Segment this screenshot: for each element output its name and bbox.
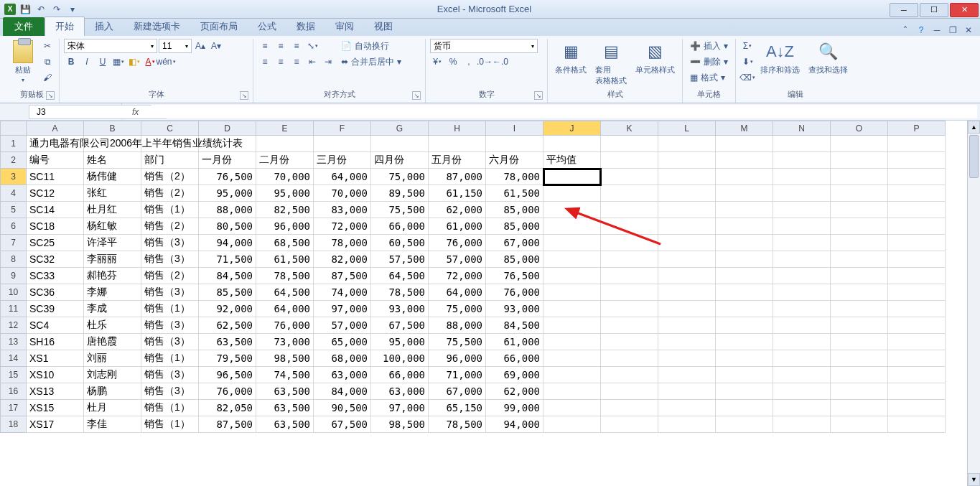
cell[interactable] <box>658 334 716 350</box>
cell[interactable]: 许泽平 <box>84 235 141 251</box>
row-header[interactable]: 6 <box>1 218 27 235</box>
cell[interactable] <box>543 169 601 185</box>
fill-color-icon[interactable]: ◧ <box>127 55 141 69</box>
cell[interactable]: 销售（3） <box>141 334 199 350</box>
workbook-close-icon[interactable]: ✕ <box>963 24 974 36</box>
cell[interactable]: 65,150 <box>429 400 486 416</box>
row-header[interactable]: 16 <box>1 383 27 400</box>
cell[interactable] <box>601 416 658 433</box>
cell[interactable] <box>888 416 946 433</box>
cell[interactable] <box>716 235 773 251</box>
cell[interactable] <box>716 218 773 235</box>
border-icon[interactable]: ▦ <box>111 55 126 69</box>
delete-cells-button[interactable]: ➖ 删除 ▾ <box>687 55 731 69</box>
cell[interactable]: 64,500 <box>371 268 429 284</box>
cell[interactable] <box>716 301 773 317</box>
cell[interactable]: 93,000 <box>371 301 429 317</box>
cell[interactable] <box>601 383 658 400</box>
cell[interactable] <box>831 400 888 416</box>
cell[interactable] <box>773 317 831 334</box>
row-header[interactable]: 4 <box>1 185 27 202</box>
cell[interactable]: 84,500 <box>199 268 256 284</box>
cell[interactable] <box>543 284 601 301</box>
cell[interactable]: 88,000 <box>199 202 256 218</box>
cell[interactable] <box>831 152 888 169</box>
cell[interactable] <box>716 367 773 383</box>
cell[interactable] <box>888 350 946 367</box>
cell[interactable]: 85,000 <box>486 202 543 218</box>
cell[interactable]: 95,000 <box>256 185 314 202</box>
cell[interactable]: 66,000 <box>371 218 429 235</box>
cell[interactable] <box>601 185 658 202</box>
cell[interactable]: 销售（3） <box>141 367 199 383</box>
fill-icon[interactable]: ⬇ <box>740 55 755 69</box>
font-launcher-icon[interactable]: ↘ <box>240 91 248 100</box>
minimize-button[interactable]: ─ <box>890 3 918 17</box>
cell[interactable] <box>831 169 888 185</box>
cell[interactable] <box>543 383 601 400</box>
cell[interactable] <box>888 301 946 317</box>
cell[interactable]: 李娜 <box>84 284 141 301</box>
cell[interactable] <box>601 169 658 185</box>
row-header[interactable]: 8 <box>1 251 27 268</box>
column-header[interactable]: H <box>429 121 486 136</box>
cell[interactable] <box>716 169 773 185</box>
row-header[interactable]: 10 <box>1 284 27 301</box>
cell[interactable] <box>888 235 946 251</box>
cell[interactable]: XS10 <box>27 367 84 383</box>
cell[interactable] <box>888 218 946 235</box>
cell[interactable]: 98,500 <box>371 416 429 433</box>
redo-icon[interactable]: ↷ <box>50 3 63 16</box>
cut-icon[interactable]: ✂ <box>40 39 55 53</box>
cell[interactable] <box>658 202 716 218</box>
cell[interactable] <box>888 169 946 185</box>
help-icon[interactable]: ? <box>915 24 927 36</box>
cell[interactable]: 66,000 <box>371 367 429 383</box>
cell[interactable]: 64,000 <box>256 301 314 317</box>
cell[interactable] <box>658 383 716 400</box>
cell[interactable] <box>773 202 831 218</box>
increase-font-icon[interactable]: A▴ <box>193 39 207 53</box>
format-cells-button[interactable]: ▦ 格式 ▾ <box>687 70 731 85</box>
cell[interactable] <box>773 416 831 433</box>
vertical-scrollbar[interactable]: ▲ ▼ <box>967 121 980 486</box>
cell[interactable]: 100,000 <box>371 350 429 367</box>
cell[interactable] <box>888 268 946 284</box>
cell[interactable]: 销售（1） <box>141 301 199 317</box>
cell[interactable]: 62,000 <box>429 202 486 218</box>
cell[interactable] <box>716 284 773 301</box>
qat-customize-icon[interactable]: ▾ <box>66 3 79 16</box>
cell[interactable] <box>716 152 773 169</box>
fx-icon[interactable]: fx <box>128 107 143 117</box>
align-middle-icon[interactable]: ≡ <box>274 39 288 53</box>
cell[interactable] <box>543 400 601 416</box>
cell[interactable] <box>543 350 601 367</box>
insert-cells-button[interactable]: ➕ 插入 ▾ <box>687 39 731 53</box>
row-header[interactable]: 1 <box>1 136 27 152</box>
cell[interactable] <box>658 169 716 185</box>
row-header[interactable]: 11 <box>1 301 27 317</box>
cell[interactable] <box>601 400 658 416</box>
cell[interactable]: 部门 <box>141 152 199 169</box>
cell[interactable] <box>716 268 773 284</box>
font-name-combo[interactable]: 宋体▾ <box>64 39 157 53</box>
cell[interactable]: 97,000 <box>314 301 371 317</box>
cell[interactable]: 67,000 <box>429 383 486 400</box>
wrap-text-button[interactable]: 📄 自动换行 <box>338 39 404 53</box>
font-color-icon[interactable]: A <box>143 55 157 69</box>
align-center-icon[interactable]: ≡ <box>274 55 288 69</box>
decrease-indent-icon[interactable]: ⇤ <box>305 55 319 69</box>
cell[interactable]: 74,000 <box>314 284 371 301</box>
cell[interactable]: 销售（2） <box>141 218 199 235</box>
conditional-format-button[interactable]: ▦条件格式 <box>552 39 589 77</box>
cell[interactable]: 62,500 <box>199 317 256 334</box>
clear-icon[interactable]: ⌫ <box>740 70 755 85</box>
scroll-down-icon[interactable]: ▼ <box>968 473 980 486</box>
cell[interactable] <box>831 334 888 350</box>
cell[interactable] <box>716 350 773 367</box>
cell[interactable]: 76,000 <box>429 235 486 251</box>
maximize-button[interactable]: ☐ <box>920 3 948 17</box>
cell[interactable] <box>888 334 946 350</box>
phonetic-icon[interactable]: wén <box>159 55 173 69</box>
cell[interactable]: 62,000 <box>486 383 543 400</box>
